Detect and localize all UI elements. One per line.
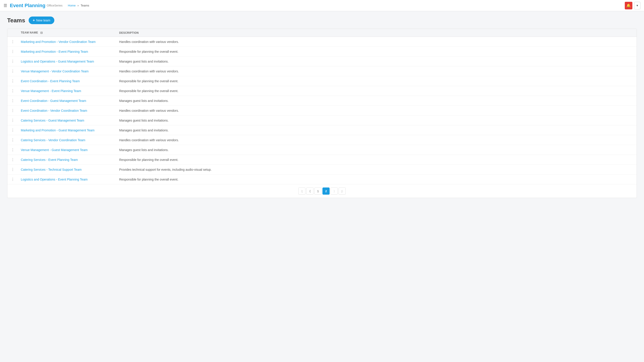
row-desc-cell: Manages guest lists and invitations. [116, 96, 636, 106]
team-name-link[interactable]: Logistics and Operations - Event Plannin… [21, 178, 88, 181]
notification-icon: 🔔 [626, 3, 631, 7]
row-name-cell: Event Coordination - Event Planning Team [18, 76, 116, 86]
row-name-cell: Catering Services - Vendor Coordination … [18, 135, 116, 145]
team-name-link[interactable]: Venue Management - Event Planning Team [21, 89, 81, 93]
breadcrumb-separator: » [77, 4, 79, 7]
row-menu-icon[interactable]: ⋮ [11, 158, 15, 162]
pagination-page-2-button[interactable]: 2 [322, 187, 330, 195]
row-menu-cell: ⋮ [8, 145, 18, 155]
plus-icon: + [33, 18, 35, 22]
row-menu-icon[interactable]: ⋮ [11, 168, 15, 171]
row-description: Responsible for planning the overall eve… [119, 158, 178, 162]
row-name-cell: Catering Services - Technical Support Te… [18, 165, 116, 175]
row-menu-icon[interactable]: ⋮ [11, 69, 15, 73]
row-menu-icon[interactable]: ⋮ [11, 79, 15, 83]
row-menu-icon[interactable]: ⋮ [11, 118, 15, 122]
row-menu-icon[interactable]: ⋮ [11, 177, 15, 181]
table-body: ⋮Marketing and Promotion - Vendor Coordi… [8, 37, 636, 184]
table-row: ⋮Marketing and Promotion - Vendor Coordi… [8, 37, 636, 47]
row-menu-icon[interactable]: ⋮ [11, 128, 15, 132]
table-row: ⋮Marketing and Promotion - Guest Managem… [8, 125, 636, 135]
row-name-cell: Event Coordination - Guest Management Te… [18, 96, 116, 106]
pagination-prev-button[interactable]: ⟨ [306, 187, 314, 195]
row-name-cell: Logistics and Operations - Event Plannin… [18, 175, 116, 184]
row-name-cell: Catering Services - Event Planning Team [18, 155, 116, 165]
row-description: Manages guest lists and invitations. [119, 128, 168, 132]
team-name-link[interactable]: Event Coordination - Event Planning Team [21, 79, 80, 83]
row-name-cell: Venue Management - Guest Management Team [18, 145, 116, 155]
pagination-last-button[interactable]: |⟩ [338, 187, 346, 195]
notification-button[interactable]: 🔔 [625, 2, 632, 9]
team-name-link[interactable]: Marketing and Promotion - Event Planning… [21, 50, 88, 53]
row-name-cell: Venue Management - Event Planning Team [18, 86, 116, 96]
pagination-first-button[interactable]: ⟨| [298, 187, 306, 195]
pagination-next-button[interactable]: ⟩ [330, 187, 338, 195]
pagination-page-1-button[interactable]: 1 [314, 187, 322, 195]
row-menu-icon[interactable]: ⋮ [11, 148, 15, 152]
new-team-button[interactable]: + New team [28, 16, 54, 24]
row-desc-cell: Responsible for planning the overall eve… [116, 86, 636, 96]
row-description: Manages guest lists and invitations. [119, 119, 168, 122]
team-name-link[interactable]: Venue Management - Vendor Coordination T… [21, 69, 88, 73]
teams-table-container: TEAM NAME ⊟ DESCRIPTION ⋮Marketing and P… [7, 28, 637, 198]
app-subtitle: OfficeSeries [47, 4, 62, 7]
team-name-link[interactable]: Catering Services - Technical Support Te… [21, 168, 82, 171]
team-name-link[interactable]: Catering Services - Event Planning Team [21, 158, 78, 162]
team-name-link[interactable]: Catering Services - Guest Management Tea… [21, 119, 84, 122]
team-name-link[interactable]: Logistics and Operations - Guest Managem… [21, 60, 94, 63]
team-name-link[interactable]: Marketing and Promotion - Guest Manageme… [21, 128, 94, 132]
row-menu-cell: ⋮ [8, 96, 18, 106]
row-desc-cell: Manages guest lists and invitations. [116, 115, 636, 125]
row-menu-cell: ⋮ [8, 125, 18, 135]
row-description: Provides technical support for events, i… [119, 168, 212, 171]
page-content: Teams + New team TEAM NAME ⊟ DESCRIPTION… [0, 11, 644, 203]
table-row: ⋮Event Coordination - Guest Management T… [8, 96, 636, 106]
row-menu-icon[interactable]: ⋮ [11, 138, 15, 142]
team-name-link[interactable]: Catering Services - Vendor Coordination … [21, 138, 85, 142]
header: ☰ Event Planning OfficeSeries Home » Tea… [0, 0, 644, 11]
row-desc-cell: Manages guest lists and invitations. [116, 145, 636, 155]
breadcrumb-current: Teams [80, 4, 89, 7]
table-row: ⋮Marketing and Promotion - Event Plannin… [8, 47, 636, 56]
row-menu-icon[interactable]: ⋮ [11, 50, 15, 53]
row-desc-cell: Handles coordination with various vendor… [116, 135, 636, 145]
user-dropdown-button[interactable]: ▼ [634, 2, 640, 9]
row-desc-cell: Responsible for planning the overall eve… [116, 155, 636, 165]
row-menu-icon[interactable]: ⋮ [11, 40, 15, 43]
col-header-menu [8, 29, 18, 37]
new-team-label: New team [36, 18, 50, 22]
row-description: Handles coordination with various vendor… [119, 138, 179, 142]
row-description: Manages guest lists and invitations. [119, 148, 168, 152]
row-desc-cell: Handles coordination with various vendor… [116, 66, 636, 76]
row-desc-cell: Manages guest lists and invitations. [116, 125, 636, 135]
row-menu-icon[interactable]: ⋮ [11, 59, 15, 63]
row-desc-cell: Responsible for planning the overall eve… [116, 76, 636, 86]
col-name-label: TEAM NAME [21, 31, 38, 34]
table-row: ⋮Event Coordination - Event Planning Tea… [8, 76, 636, 86]
row-description: Responsible for planning the overall eve… [119, 89, 178, 93]
team-name-link[interactable]: Event Coordination - Vendor Coordination… [21, 109, 87, 112]
row-menu-cell: ⋮ [8, 86, 18, 96]
team-name-link[interactable]: Marketing and Promotion - Vendor Coordin… [21, 40, 96, 43]
row-menu-icon[interactable]: ⋮ [11, 99, 15, 103]
row-menu-icon[interactable]: ⋮ [11, 109, 15, 112]
page-header: Teams + New team [7, 16, 637, 24]
filter-icon[interactable]: ⊟ [40, 31, 43, 34]
pagination: ⟨| ⟨ 1 2 ⟩ |⟩ [8, 184, 636, 198]
row-name-cell: Marketing and Promotion - Guest Manageme… [18, 125, 116, 135]
team-name-link[interactable]: Event Coordination - Guest Management Te… [21, 99, 86, 103]
col-header-desc: DESCRIPTION [116, 29, 636, 37]
chevron-down-icon: ▼ [636, 4, 639, 7]
row-menu-cell: ⋮ [8, 115, 18, 125]
row-menu-icon[interactable]: ⋮ [11, 89, 15, 93]
row-menu-cell: ⋮ [8, 165, 18, 175]
breadcrumb-home[interactable]: Home [68, 4, 76, 7]
row-menu-cell: ⋮ [8, 66, 18, 76]
row-description: Handles coordination with various vendor… [119, 69, 179, 73]
table-row: ⋮Catering Services - Event Planning Team… [8, 155, 636, 165]
menu-icon[interactable]: ☰ [4, 3, 7, 8]
team-name-link[interactable]: Venue Management - Guest Management Team [21, 148, 88, 152]
row-desc-cell: Handles coordination with various vendor… [116, 106, 636, 115]
row-name-cell: Catering Services - Guest Management Tea… [18, 115, 116, 125]
row-desc-cell: Handles coordination with various vendor… [116, 37, 636, 47]
